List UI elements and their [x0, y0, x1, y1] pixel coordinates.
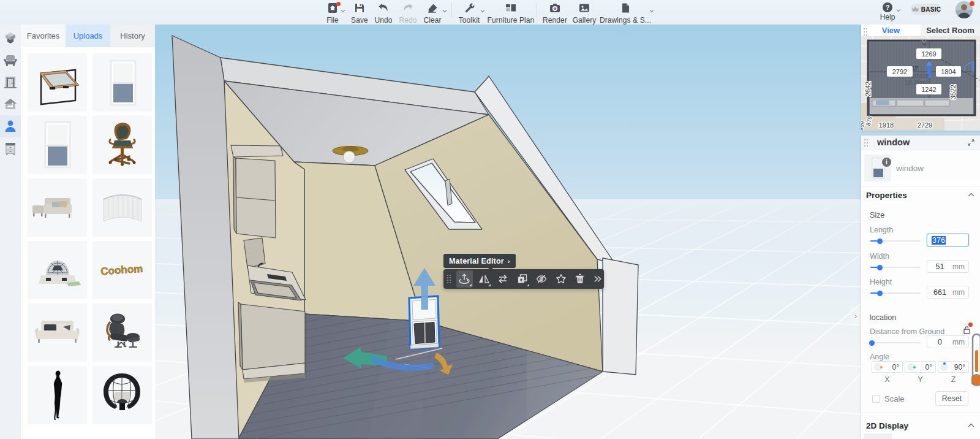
height-input[interactable]: 661 mm: [927, 286, 969, 299]
top-toolbar: File Save Undo Redo Clear Toolkit: [0, 0, 980, 25]
sidebar-item-doors[interactable]: [0, 71, 21, 93]
drawings-button[interactable]: Drawings & S...: [596, 1, 655, 25]
plan-dim-bottom: 1242: [921, 86, 936, 93]
crown-icon: [911, 6, 919, 12]
list-item-human-figure[interactable]: [28, 366, 87, 424]
tab-favorites[interactable]: Favorites: [21, 25, 66, 47]
inspector-header[interactable]: window: [861, 136, 980, 150]
angle-x-input[interactable]: 0°: [872, 361, 903, 373]
favorite-tool-button[interactable]: [552, 270, 569, 288]
minimap-drag-handle-icon[interactable]: [863, 28, 868, 36]
info-badge[interactable]: i: [882, 158, 891, 167]
distance-label: Distance from Ground: [870, 327, 944, 336]
sidebar-item-storage[interactable]: [0, 137, 21, 159]
list-item-skylight-window[interactable]: [28, 53, 87, 112]
list-item-coohom-logo[interactable]: Coohom: [92, 241, 152, 299]
axis-z-label: Z: [938, 375, 969, 384]
thermometer-indicator[interactable]: [971, 333, 980, 389]
minimap-tabs: View Select Room: [861, 25, 980, 36]
furniture-plan-label: Furniture Plan: [488, 16, 535, 25]
mirror-tool-button[interactable]: [475, 270, 492, 288]
distance-input[interactable]: 0 mm: [927, 335, 969, 348]
tab-select-room[interactable]: Select Room: [921, 25, 980, 36]
document-icon: [596, 2, 655, 13]
width-input[interactable]: 51 mm: [927, 260, 969, 273]
height-slider[interactable]: [870, 292, 921, 294]
help-caret-icon[interactable]: [896, 8, 901, 13]
delete-tool-button[interactable]: [572, 270, 589, 288]
reset-button[interactable]: Reset: [935, 391, 968, 406]
plan-dim-right-side: 3522: [949, 85, 957, 99]
section-2d-display: 2D Display: [866, 421, 908, 430]
expand-icon[interactable]: [967, 139, 975, 147]
avatar-person-icon: [3, 119, 18, 134]
angle-x-dial[interactable]: [874, 363, 882, 371]
angle-y-dial[interactable]: [907, 363, 915, 371]
clear-caret-icon[interactable]: [442, 9, 447, 13]
hide-tool-button[interactable]: [533, 270, 550, 288]
tab-uploads[interactable]: Uploads: [66, 25, 110, 47]
tab-history[interactable]: History: [110, 25, 155, 47]
width-slider[interactable]: [870, 267, 921, 268]
divider: [861, 413, 980, 413]
list-item-sofa-chaise[interactable]: [28, 178, 87, 237]
list-item-fabric-sofa[interactable]: [28, 303, 87, 362]
divider: [861, 186, 980, 186]
rotate-tool-button[interactable]: [456, 270, 473, 288]
skylight-window-thumb: [28, 53, 87, 112]
plan-dim-bottom-1: 1918: [879, 121, 894, 129]
angle-y-input[interactable]: 0°: [905, 361, 936, 373]
sidebar-item-furnish[interactable]: [0, 27, 21, 49]
drag-handle-icon[interactable]: [446, 273, 452, 285]
plan-badge[interactable]: BASIC: [911, 4, 941, 15]
drawings-caret-icon[interactable]: [649, 9, 654, 13]
list-item-sphere-chair[interactable]: [92, 366, 152, 424]
material-editor-label: Material Editor: [449, 257, 504, 265]
lock-icon[interactable]: [963, 326, 971, 334]
length-slider[interactable]: [870, 240, 921, 242]
material-editor-tooltip[interactable]: Material Editor ›: [443, 254, 516, 268]
hide-eye-icon: [535, 273, 548, 285]
double-chevron-right-icon: [593, 275, 601, 283]
angle-z-input[interactable]: 90°: [938, 361, 969, 373]
list-item-curved-screen[interactable]: [92, 178, 152, 237]
lock-notification-dot: [968, 323, 973, 327]
chevron-right-icon: ›: [508, 258, 510, 265]
scale-checkbox[interactable]: [872, 395, 880, 403]
wooden-office-chair-thumb: [92, 116, 152, 174]
length-value: 376: [932, 236, 946, 245]
more-tools-button[interactable]: [591, 270, 603, 288]
collapse-chevron-icon[interactable]: [968, 193, 974, 197]
collapse-chevron-icon-2[interactable]: [968, 423, 974, 427]
sidebar-item-construction[interactable]: [0, 93, 21, 115]
construction-icon: [3, 97, 18, 111]
scale-label: Scale: [884, 394, 905, 403]
furniture-plan-button[interactable]: Furniture Plan: [483, 1, 538, 25]
help-icon[interactable]: ?: [883, 2, 892, 12]
design-canvas[interactable]: Material Editor ›: [155, 25, 980, 439]
panel-collapse-arrow[interactable]: ›: [849, 307, 862, 324]
list-item-roller-window[interactable]: [92, 53, 152, 112]
swap-tool-button[interactable]: [495, 270, 511, 288]
display-2d-thumbnail[interactable]: [864, 433, 892, 439]
distance-slider[interactable]: [870, 342, 921, 343]
tab-view[interactable]: View: [861, 25, 921, 36]
coohom-logo-thumb: Coohom: [92, 241, 152, 299]
length-input[interactable]: 376: [927, 234, 969, 246]
human-figure-thumb: [28, 366, 87, 424]
list-item-lounge-chair[interactable]: [92, 303, 152, 362]
duplicate-tool-button[interactable]: [514, 270, 530, 288]
sidebar-item-people[interactable]: [0, 115, 21, 137]
file-notification-dot: [336, 2, 341, 6]
list-item-dome-tent[interactable]: [28, 241, 87, 299]
angle-z-dial[interactable]: [940, 363, 948, 371]
list-item-roller-window-2[interactable]: [28, 116, 87, 174]
inspector-drag-handle-icon[interactable]: [864, 139, 869, 147]
scene-3d-view: [155, 25, 980, 439]
inspector-panel: window i window Properties Size Length 3…: [861, 136, 980, 439]
list-item-office-chair[interactable]: [92, 116, 152, 174]
width-value: 51: [927, 262, 952, 271]
floor-plan-map[interactable]: 47 Terrace 16.36m² 1269 2792 1804 1242 2…: [861, 36, 980, 131]
distance-unit: mm: [952, 338, 968, 346]
sidebar-item-furniture[interactable]: [0, 49, 21, 71]
